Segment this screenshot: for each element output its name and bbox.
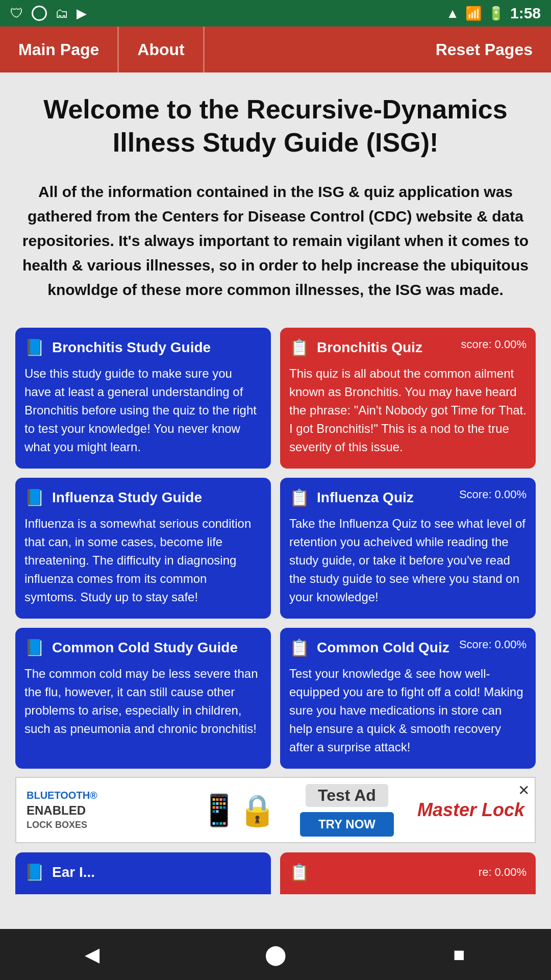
cold-quiz-card[interactable]: 📋 Common Cold Quiz Score: 0.00% Test you…	[280, 628, 536, 769]
cold-study-card[interactable]: 📘 Common Cold Study Guide The common col…	[15, 628, 271, 769]
card-body: Test your knowledge & see how well-equip…	[289, 665, 527, 756]
influenza-study-card[interactable]: 📘 Influenza Study Guide Influenza is a s…	[15, 478, 271, 619]
try-now-button[interactable]: TRY NOW	[300, 812, 394, 837]
status-bar-left: 🛡 🗂 ▶	[10, 6, 87, 21]
card-body: The common cold may be less severe than …	[24, 665, 262, 738]
intro-text: All of the information contained in the …	[15, 180, 536, 302]
nav-bar: Main Page About Reset Pages	[0, 27, 551, 72]
bronchitis-quiz-card[interactable]: 📋 Bronchitis Quiz score: 0.00% This quiz…	[280, 328, 536, 469]
card-title: Common Cold Study Guide	[52, 640, 238, 656]
study-icon: 📘	[24, 338, 45, 357]
status-bar: 🛡 🗂 ▶ ▲ 📶 🔋 1:58	[0, 0, 551, 27]
about-button[interactable]: About	[119, 27, 204, 72]
back-button[interactable]: ◀	[77, 939, 107, 970]
ear-study-partial-card[interactable]: 📘 Ear I...	[15, 852, 271, 894]
quiz-icon: 📋	[289, 863, 310, 882]
signal-icon: 📶	[465, 6, 482, 21]
card-header: 📋 Influenza Quiz Score: 0.00%	[289, 488, 527, 507]
card-score: re: 0.00%	[479, 866, 527, 879]
welcome-title: Welcome to the Recursive-Dynamics Illnes…	[15, 93, 536, 159]
battery-icon: 🔋	[488, 6, 504, 21]
test-ad-label: Test Ad	[306, 784, 388, 807]
ad-product: ENABLED	[27, 803, 190, 818]
phone-icon: 📱🔒	[200, 792, 277, 828]
study-icon: 📘	[24, 863, 45, 882]
recent-apps-button[interactable]: ■	[444, 939, 474, 970]
partial-row: 📘 Ear I... 📋 re: 0.00%	[15, 852, 536, 894]
sim-icon: 🗂	[55, 6, 68, 21]
card-header: 📋 re: 0.00%	[289, 863, 527, 882]
circle-icon	[32, 6, 47, 21]
ad-center: Test Ad TRY NOW	[287, 784, 407, 837]
card-title: Bronchitis Study Guide	[52, 339, 211, 356]
study-icon: 📘	[24, 638, 45, 657]
card-header: 📘 Common Cold Study Guide	[24, 638, 262, 657]
card-title: Influenza Quiz	[317, 489, 414, 506]
ad-banner[interactable]: BLUETOOTH® ENABLED LOCK BOXES 📱🔒 Test Ad…	[15, 777, 536, 843]
home-button[interactable]: ⬤	[260, 939, 291, 970]
wifi-icon: ▲	[446, 6, 459, 21]
card-header: 📘 Ear I...	[24, 863, 262, 882]
card-title: Influenza Study Guide	[52, 489, 202, 506]
card-header: 📋 Bronchitis Quiz score: 0.00%	[289, 338, 527, 357]
ad-logo: Master Lock	[417, 799, 524, 821]
ear-quiz-partial-card[interactable]: 📋 re: 0.00%	[280, 852, 536, 894]
reset-pages-button[interactable]: Reset Pages	[417, 27, 551, 72]
shield-icon: 🛡	[10, 6, 23, 21]
bronchitis-study-card[interactable]: 📘 Bronchitis Study Guide Use this study …	[15, 328, 271, 469]
quiz-icon: 📋	[289, 338, 310, 357]
card-body: This quiz is all about the common ailmen…	[289, 364, 527, 456]
card-header: 📋 Common Cold Quiz Score: 0.00%	[289, 638, 527, 657]
cards-grid: 📘 Bronchitis Study Guide Use this study …	[15, 328, 536, 769]
time-display: 1:58	[510, 5, 541, 22]
bottom-nav: ◀ ⬤ ■	[0, 929, 551, 980]
card-score: Score: 0.00%	[459, 638, 527, 651]
main-content: Welcome to the Recursive-Dynamics Illnes…	[0, 72, 551, 929]
status-bar-right: ▲ 📶 🔋 1:58	[446, 5, 541, 22]
card-body: Use this study guide to make sure you ha…	[24, 364, 262, 456]
play-icon: ▶	[77, 6, 87, 21]
main-page-button[interactable]: Main Page	[0, 27, 119, 72]
card-title: Ear I...	[52, 864, 95, 880]
card-title: Common Cold Quiz	[317, 640, 449, 656]
card-body: Influenza is a somewhat serious conditio…	[24, 514, 262, 606]
ad-left: BLUETOOTH® ENABLED LOCK BOXES	[27, 790, 190, 830]
influenza-quiz-card[interactable]: 📋 Influenza Quiz Score: 0.00% Take the I…	[280, 478, 536, 619]
quiz-icon: 📋	[289, 488, 310, 507]
card-score: Score: 0.00%	[459, 488, 527, 501]
ad-brand: BLUETOOTH®	[27, 790, 190, 801]
ad-subtitle: LOCK BOXES	[27, 820, 190, 830]
ad-content: BLUETOOTH® ENABLED LOCK BOXES 📱🔒 Test Ad…	[16, 778, 535, 842]
card-body: Take the Influenza Quiz to see what leve…	[289, 514, 527, 606]
card-header: 📘 Bronchitis Study Guide	[24, 338, 262, 357]
card-header: 📘 Influenza Study Guide	[24, 488, 262, 507]
card-title: Bronchitis Quiz	[317, 339, 422, 356]
ad-close-button[interactable]: ✕	[518, 782, 530, 799]
quiz-icon: 📋	[289, 638, 310, 657]
card-score: score: 0.00%	[461, 338, 527, 351]
study-icon: 📘	[24, 488, 45, 507]
